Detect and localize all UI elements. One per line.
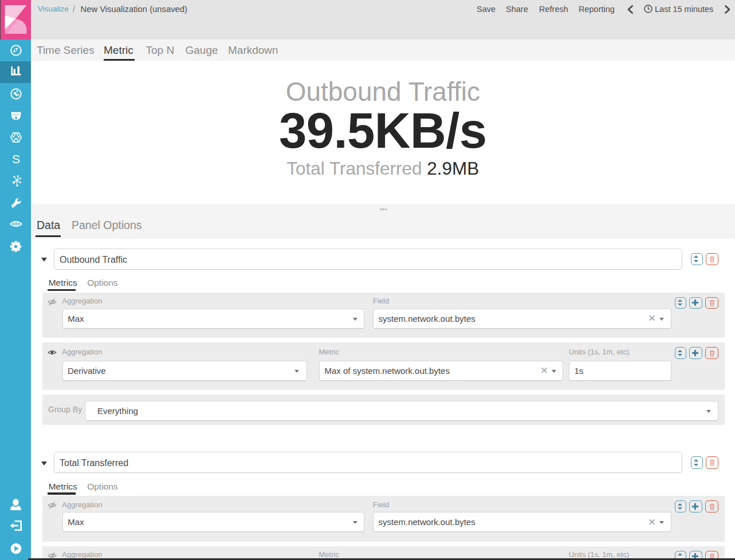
svg-text:S: S: [11, 153, 19, 165]
